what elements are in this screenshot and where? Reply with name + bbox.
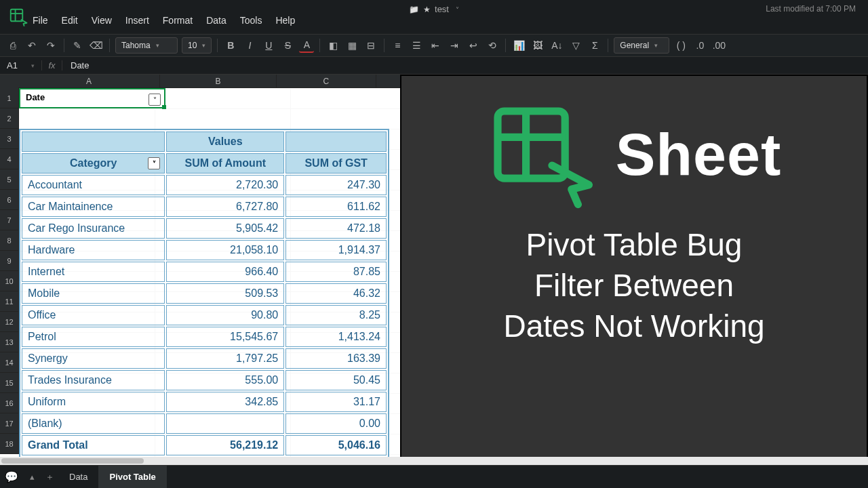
pivot-row[interactable]: (Blank)0.00 — [22, 413, 387, 434]
format-paint-icon[interactable]: ✎ — [70, 38, 85, 53]
number-format-select[interactable]: General — [614, 37, 669, 54]
comments-icon[interactable]: 💬 — [0, 470, 23, 483]
row-header-10[interactable]: 10 — [0, 271, 19, 291]
pivot-cell-category: Car Maintainence — [22, 197, 165, 217]
col-header-A[interactable]: A — [18, 75, 160, 88]
font-select[interactable]: Tahoma — [115, 37, 178, 54]
row-header-18[interactable]: 18 — [0, 434, 19, 454]
pivot-row[interactable]: Car Maintainence6,727.80611.62 — [22, 197, 387, 217]
fx-icon[interactable]: fx — [42, 60, 62, 70]
halign-icon[interactable]: ≡ — [390, 38, 405, 53]
strike-button[interactable]: S — [280, 38, 295, 53]
wrap-icon[interactable]: ↩ — [466, 38, 481, 53]
clear-format-icon[interactable]: ⌫ — [89, 38, 104, 53]
row-header-14[interactable]: 14 — [0, 352, 19, 373]
parens-icon[interactable]: ( ) — [673, 38, 688, 53]
sort-icon[interactable]: A↓ — [549, 38, 564, 53]
pivot-table[interactable]: Values Category ˅ SUM of Amount SUM of G… — [19, 129, 389, 458]
select-all-corner[interactable] — [0, 75, 18, 88]
last-modified-label: Last modified at 7:00 PM — [766, 4, 856, 14]
horizontal-scrollbar[interactable] — [0, 457, 868, 465]
sheet-nav-arrow[interactable]: ▴ — [23, 472, 41, 482]
pivot-row[interactable]: Trades Insurance555.0050.45 — [22, 370, 387, 390]
valign-icon[interactable]: ☰ — [409, 38, 424, 53]
pivot-row[interactable]: Synergy1,797.25163.39 — [22, 348, 387, 369]
indent-inc-icon[interactable]: ⇥ — [447, 38, 462, 53]
menu-view[interactable]: View — [92, 15, 112, 26]
row-header-6[interactable]: 6 — [0, 190, 19, 210]
pivot-row[interactable]: Internet966.4087.85 — [22, 262, 387, 282]
name-box[interactable]: A1 — [0, 60, 42, 70]
pivot-row[interactable]: Uniform342.8531.17 — [22, 392, 387, 412]
row-header-3[interactable]: 3 — [0, 129, 19, 149]
col-header-B[interactable]: B — [160, 75, 277, 88]
filter-icon[interactable]: ▽ — [568, 38, 583, 53]
pivot-cell-amount: 5,905.42 — [166, 218, 284, 239]
row-header-13[interactable]: 13 — [0, 332, 19, 352]
menu-help[interactable]: Help — [275, 15, 295, 26]
underline-button[interactable]: U — [261, 38, 276, 53]
dec-inc-icon[interactable]: .00 — [711, 38, 726, 53]
row-header-1[interactable]: 1 — [0, 88, 19, 108]
pivot-cell-gst: 31.17 — [285, 392, 387, 412]
document-title-bar[interactable]: test — [409, 4, 459, 14]
menu-tools[interactable]: Tools — [240, 15, 262, 26]
pivot-row[interactable]: Accountant2,720.30247.30 — [22, 175, 387, 195]
row-header-12[interactable]: 12 — [0, 312, 19, 332]
row-header-11[interactable]: 11 — [0, 291, 19, 312]
app-logo[interactable] — [8, 7, 28, 27]
pivot-cell-gst: 8.25 — [285, 305, 387, 325]
folder-icon — [409, 4, 419, 14]
active-cell-A1[interactable]: Date ˅ — [19, 88, 165, 108]
pivot-cell-category: Hardware — [22, 240, 165, 260]
fill-color-icon[interactable]: ◧ — [326, 38, 340, 53]
row-header-7[interactable]: 7 — [0, 210, 19, 230]
borders-icon[interactable]: ▦ — [344, 38, 359, 53]
redo-icon[interactable]: ↷ — [43, 38, 58, 53]
overlay-card: Sheet Pivot Table Bug Filter Between Dat… — [400, 75, 868, 465]
row-header-15[interactable]: 15 — [0, 373, 19, 393]
image-icon[interactable]: 🖼 — [530, 38, 545, 53]
pivot-row[interactable]: Office90.808.25 — [22, 305, 387, 325]
menu-file[interactable]: File — [33, 15, 48, 26]
font-size-select[interactable]: 10 — [182, 37, 212, 54]
pivot-header-sum-gst: SUM of GST — [285, 153, 387, 174]
dec-dec-icon[interactable]: .0 — [692, 38, 707, 53]
pivot-row[interactable]: Petrol15,545.671,413.24 — [22, 327, 387, 347]
menu-data[interactable]: Data — [206, 15, 226, 26]
col-header-C[interactable]: C — [277, 75, 376, 88]
pivot-header-category[interactable]: Category ˅ — [22, 153, 165, 174]
filter-dropdown-date[interactable]: ˅ — [149, 94, 161, 106]
fill-handle[interactable] — [162, 105, 166, 109]
undo-icon[interactable]: ↶ — [24, 38, 39, 53]
add-sheet-button[interactable]: ＋ — [41, 471, 58, 483]
bold-button[interactable]: B — [223, 38, 238, 53]
indent-dec-icon[interactable]: ⇤ — [428, 38, 443, 53]
tab-data[interactable]: Data — [58, 466, 98, 489]
row-header-17[interactable]: 17 — [0, 413, 19, 434]
italic-button[interactable]: I — [242, 38, 257, 53]
pivot-cell-category: Petrol — [22, 327, 165, 347]
row-header-16[interactable]: 16 — [0, 393, 19, 413]
menu-format[interactable]: Format — [163, 15, 193, 26]
rotate-icon[interactable]: ⟲ — [485, 38, 500, 53]
filter-dropdown-category[interactable]: ˅ — [148, 157, 160, 169]
row-header-5[interactable]: 5 — [0, 169, 19, 190]
formula-bar[interactable]: Date — [62, 60, 97, 70]
merge-cells-icon[interactable]: ⊟ — [363, 38, 378, 53]
row-header-8[interactable]: 8 — [0, 230, 19, 251]
pivot-row[interactable]: Car Rego Insurance5,905.42472.18 — [22, 218, 387, 239]
pivot-row[interactable]: Mobile509.5346.32 — [22, 283, 387, 304]
print-icon[interactable]: ⎙ — [5, 38, 20, 53]
row-header-9[interactable]: 9 — [0, 251, 19, 271]
row-header-4[interactable]: 4 — [0, 149, 19, 169]
menu-insert[interactable]: Insert — [125, 15, 149, 26]
tab-pivot-table[interactable]: Pivot Table — [98, 466, 166, 489]
cell-A1-value: Date — [20, 89, 164, 105]
sum-icon[interactable]: Σ — [587, 38, 602, 53]
pivot-row[interactable]: Hardware21,058.101,914.37 — [22, 240, 387, 260]
menu-edit[interactable]: Edit — [62, 15, 78, 26]
row-header-2[interactable]: 2 — [0, 108, 19, 129]
font-color-icon[interactable]: A — [299, 38, 314, 53]
chart-icon[interactable]: 📊 — [511, 38, 526, 53]
